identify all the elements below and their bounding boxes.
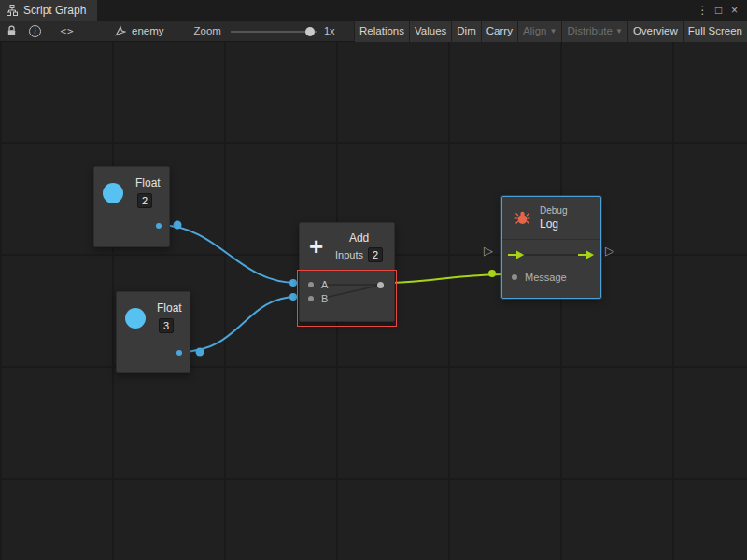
button-label: Full Screen (688, 25, 742, 36)
port-row-a: A (300, 277, 394, 291)
node-float-1[interactable]: Float 2 (93, 166, 170, 247)
titlebar: Script Graph ⋮ □ × (0, 0, 747, 21)
tab-script-graph[interactable]: Script Graph (0, 0, 97, 21)
close-icon[interactable]: × (726, 0, 742, 21)
info-icon: i (29, 25, 41, 37)
port-row-b: B (300, 291, 394, 305)
zoom-knob[interactable] (305, 27, 315, 36)
message-port-row: Message (502, 272, 600, 283)
float-value-field[interactable]: 3 (159, 318, 174, 333)
tab-label: Script Graph (23, 4, 86, 17)
port-a-label: A (321, 279, 328, 290)
add-ports-section: A B (300, 270, 394, 323)
button-distribute[interactable]: Distribute▼ (561, 21, 627, 42)
button-label: Carry (486, 25, 513, 36)
button-values[interactable]: Values (409, 21, 451, 42)
flow-input-port[interactable] (508, 250, 525, 259)
button-label: Distribute (567, 25, 613, 36)
button-full-screen[interactable]: Full Screen (683, 21, 747, 42)
menu-icon[interactable]: ⋮ (695, 0, 711, 21)
port-b-label: B (321, 293, 328, 304)
inputs-label: Inputs (335, 249, 363, 260)
maximize-icon[interactable]: □ (711, 0, 726, 21)
flow-output-port[interactable] (578, 250, 595, 259)
node-category: Debug (540, 205, 567, 216)
float-value-field[interactable]: 2 (137, 193, 152, 208)
node-float-2[interactable]: Float 3 (116, 291, 190, 373)
zoom-slider[interactable] (231, 21, 317, 42)
input-port-a[interactable] (308, 282, 314, 287)
code-icon: <> (60, 25, 74, 37)
code-view-button[interactable]: <> (51, 21, 83, 42)
graph-pointer-icon (115, 25, 126, 36)
inputs-count-field[interactable]: 2 (368, 247, 383, 262)
graph-icon (7, 5, 18, 16)
lock-icon (7, 25, 17, 36)
float-value-icon (103, 183, 123, 203)
input-port-b[interactable] (308, 296, 314, 301)
node-title: Float (135, 176, 161, 189)
button-carry[interactable]: Carry (481, 21, 517, 42)
button-label: Dim (457, 25, 475, 36)
zoom-track (231, 31, 317, 33)
graph-name: enemy (132, 25, 164, 36)
node-title: Float (157, 301, 182, 315)
info-button[interactable]: i (23, 21, 47, 42)
button-label: Values (415, 25, 446, 36)
graph-canvas[interactable]: Float 2 Float 3 + Add Inputs 2 (0, 42, 747, 560)
graph-toolbar: i <> enemy Zoom 1x Relations Values Dim … (0, 21, 747, 42)
toolbar-separator (49, 24, 49, 38)
button-label: Align (523, 25, 547, 36)
zoom-value: 1x (324, 25, 335, 36)
float-value-icon (125, 308, 146, 329)
float-output-port[interactable] (176, 350, 182, 356)
chevron-down-icon: ▼ (549, 27, 557, 35)
message-label: Message (525, 272, 567, 283)
script-graph-window: Script Graph ⋮ □ × i <> enemy Zoom (0, 0, 747, 560)
add-icon: + (309, 235, 323, 258)
window-controls: ⋮ □ × (695, 0, 747, 21)
bug-icon (514, 211, 530, 225)
node-title: Add (349, 231, 369, 245)
float-output-port[interactable] (156, 223, 162, 229)
flow-arrow-right[interactable]: ▷ (605, 245, 614, 258)
node-debug-log[interactable]: Debug Log Message (501, 196, 601, 299)
graph-breadcrumb[interactable]: enemy (115, 25, 164, 36)
debug-node-header: Debug Log (502, 197, 600, 240)
flow-ports-row (502, 242, 600, 268)
button-label: Relations (359, 25, 404, 36)
zoom-label: Zoom (194, 25, 221, 36)
button-overview[interactable]: Overview (627, 21, 683, 42)
button-dim[interactable]: Dim (451, 21, 480, 42)
flow-arrow-left[interactable]: ▷ (484, 245, 493, 258)
button-relations[interactable]: Relations (354, 21, 409, 42)
lock-button[interactable] (0, 21, 23, 42)
node-title: Log (540, 217, 567, 231)
chevron-down-icon: ▼ (615, 27, 623, 35)
flow-relation-line (525, 254, 578, 256)
node-add[interactable]: + Add Inputs 2 A (299, 222, 395, 322)
add-node-header: + Add Inputs 2 (300, 223, 394, 270)
button-label: Overview (633, 25, 678, 36)
button-align[interactable]: Align▼ (517, 21, 562, 42)
message-input-port[interactable] (512, 274, 517, 280)
